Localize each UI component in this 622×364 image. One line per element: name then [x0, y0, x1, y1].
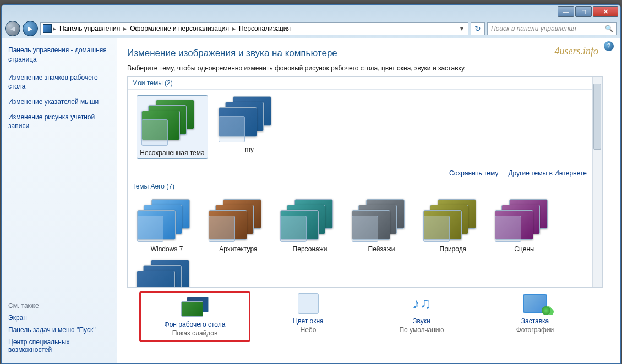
theme-label: Windows 7: [133, 245, 200, 253]
theme-thumbnail: [219, 95, 280, 142]
theme-thumbnail: [141, 98, 203, 146]
setting-title: Звуки: [367, 317, 477, 325]
theme-item[interactable]: Windows 7: [133, 198, 200, 253]
theme-label: Несохраненная тема: [139, 149, 206, 157]
help-icon[interactable]: ?: [604, 41, 614, 51]
breadcrumb-segment[interactable]: Персонализация: [237, 25, 293, 32]
refresh-button[interactable]: ↻: [471, 22, 485, 35]
see-also-taskbar[interactable]: Панель задач и меню ''Пуск'': [8, 326, 110, 334]
setting-title: Фон рабочего стола: [142, 321, 248, 328]
control-panel-home-link[interactable]: Панель управления - домашняя страница: [8, 46, 110, 64]
save-theme-link[interactable]: Сохранить тему: [449, 169, 498, 177]
theme-actions: Сохранить тему Другие темы в Интернете: [128, 166, 602, 180]
bottom-settings-row: Фон рабочего столаПоказ слайдовЦвет окна…: [127, 288, 603, 341]
chevron-right-icon: ▸: [53, 25, 56, 32]
forward-button[interactable]: ►: [23, 21, 38, 36]
minimize-button[interactable]: —: [558, 6, 574, 17]
breadcrumb-segment[interactable]: Панель управления: [57, 25, 122, 32]
setting-subtitle: Показ слайдов: [142, 329, 248, 337]
location-icon: [43, 24, 52, 33]
sidebar-link-desktop-icons[interactable]: Изменение значков рабочего стола: [8, 73, 110, 91]
color-icon: [298, 293, 319, 314]
setting-subtitle: Фотографии: [480, 326, 590, 334]
theme-item[interactable]: Архитектура: [205, 198, 272, 253]
my-themes-row: Несохраненная темаmy: [128, 90, 602, 162]
bottom-setting-color[interactable]: Цвет окнаНебо: [253, 292, 363, 341]
chevron-right-icon: ▸: [232, 25, 236, 32]
aero-themes-row: Windows 7АрхитектураПерсонажиПейзажиПрир…: [128, 192, 602, 256]
more-themes-link[interactable]: Другие темы в Интернете: [508, 169, 587, 177]
nav-row: ◄ ► ▸ Панель управления ▸ Оформление и п…: [2, 19, 620, 38]
search-icon: 🔍: [605, 25, 613, 32]
my-themes-header: Мои темы (2): [128, 77, 602, 90]
window: — ◻ ✕ ◄ ► ▸ Панель управления ▸ Оформлен…: [1, 4, 621, 364]
theme-thumbnail: [423, 198, 483, 242]
sound-icon: ♪♫: [412, 295, 432, 312]
screensaver-icon: [523, 294, 547, 313]
main-panel: ? 4users.info Изменение изображения и зв…: [117, 38, 620, 363]
scrollbar[interactable]: [592, 77, 602, 287]
theme-label: Природа: [419, 245, 487, 253]
watermark: 4users.info: [554, 46, 598, 57]
page-subtitle: Выберите тему, чтобы одновременно измени…: [127, 64, 615, 72]
theme-item[interactable]: Персонажи: [276, 198, 343, 253]
maximize-button[interactable]: ◻: [575, 6, 592, 17]
see-also-display[interactable]: Экран: [8, 314, 110, 322]
theme-item[interactable]: my: [214, 95, 285, 159]
close-icon: ✕: [603, 8, 608, 15]
back-button[interactable]: ◄: [5, 21, 20, 36]
theme-label: Пейзажи: [348, 245, 415, 253]
sidebar-link-mouse-pointers[interactable]: Изменение указателей мыши: [8, 97, 110, 106]
chevron-right-icon: ▸: [123, 25, 127, 32]
theme-item[interactable]: Несохраненная тема: [137, 95, 208, 159]
aero-themes-header: Темы Aero (7): [128, 180, 602, 192]
see-also-header: См. также: [8, 302, 110, 310]
see-also-section: См. также Экран Панель задач и меню ''Пу…: [8, 302, 110, 358]
page-title: Изменение изображения и звука на компьют…: [127, 48, 615, 59]
titlebar: — ◻ ✕: [2, 5, 620, 19]
theme-label: Персонажи: [276, 245, 343, 253]
bottom-setting-desktop[interactable]: Фон рабочего столаПоказ слайдов: [140, 292, 250, 341]
theme-thumbnail: [352, 198, 411, 242]
theme-thumbnail: [495, 198, 554, 242]
search-placeholder: Поиск в панели управления: [491, 25, 576, 32]
theme-label: my: [214, 146, 285, 153]
setting-subtitle: Небо: [253, 326, 363, 334]
maximize-icon: ◻: [581, 8, 586, 15]
address-bar[interactable]: ▸ Панель управления ▸ Оформление и персо…: [40, 22, 468, 35]
theme-label: Архитектура: [205, 245, 272, 253]
aero-group: Сохранить тему Другие темы в Интернете Т…: [128, 166, 602, 288]
theme-item[interactable]: Пейзажи: [348, 198, 415, 253]
theme-thumbnail: [137, 198, 197, 242]
sidebar-link-account-picture[interactable]: Изменение рисунка учетной записи: [8, 113, 110, 130]
setting-title: Заставка: [480, 317, 590, 325]
themes-panel: Мои темы (2) Несохраненная темаmy Сохран…: [127, 76, 603, 288]
theme-label: Сцены: [491, 245, 558, 253]
search-input[interactable]: Поиск в панели управления 🔍: [487, 22, 617, 35]
breadcrumb-segment[interactable]: Оформление и персонализация: [128, 25, 231, 32]
minimize-icon: —: [563, 8, 569, 15]
sidebar: Панель управления - домашняя страница Из…: [2, 38, 117, 363]
address-dropdown[interactable]: ▾: [458, 25, 466, 32]
scrollbar-thumb[interactable]: [593, 84, 601, 150]
theme-thumbnail: [209, 198, 268, 242]
bottom-setting-screensaver[interactable]: ЗаставкаФотографии: [480, 292, 590, 341]
setting-title: Цвет окна: [253, 317, 363, 325]
setting-subtitle: По умолчанию: [367, 326, 477, 334]
desktop-icon: [179, 296, 211, 318]
theme-thumbnail: [280, 198, 340, 242]
see-also-ease-of-access[interactable]: Центр специальных возможностей: [8, 338, 110, 354]
theme-item[interactable]: Природа: [419, 198, 487, 253]
truncated-theme-row: [128, 256, 602, 288]
bottom-setting-sound[interactable]: ♪♫ЗвукиПо умолчанию: [367, 292, 477, 341]
theme-thumbnail[interactable]: [137, 258, 196, 288]
close-button[interactable]: ✕: [593, 6, 618, 17]
theme-item[interactable]: Сцены: [491, 198, 558, 253]
content-body: Панель управления - домашняя страница Из…: [2, 38, 620, 363]
